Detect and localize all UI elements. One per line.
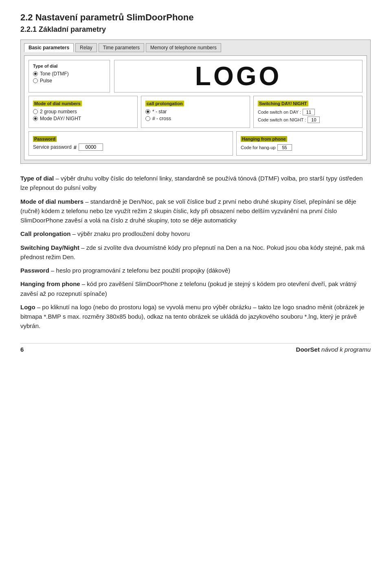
day-code-row: Code switch on DAY : bbox=[258, 109, 358, 115]
hanging-title: Hanging from phone bbox=[241, 136, 287, 142]
bold-logo: Logo bbox=[20, 304, 35, 311]
radio-2group-label: 2 group numbers bbox=[40, 109, 77, 115]
footer-brand-suffix: návod k programu bbox=[320, 346, 371, 353]
radio-pulse-label: Pulse bbox=[40, 78, 52, 84]
radio-star[interactable]: * - star bbox=[145, 109, 246, 115]
radio-cross-circle[interactable] bbox=[145, 116, 150, 121]
tab-basic-parameters[interactable]: Basic parameters bbox=[24, 43, 74, 52]
radio-pulse-circle[interactable] bbox=[33, 78, 38, 83]
para-mode-dial: Mode of dial numbers – standardně je Den… bbox=[20, 197, 371, 225]
ui-screenshot: Basic parameters Relay Time parameters M… bbox=[20, 40, 371, 164]
footer-brand-name: DoorSet bbox=[296, 346, 320, 353]
hangup-label: Code for hang-up bbox=[241, 145, 276, 150]
hash-sign: # bbox=[74, 144, 77, 150]
hangup-row: Code for hang-up bbox=[241, 144, 358, 151]
password-box: Password Service password # bbox=[29, 131, 233, 156]
tab-time-parameters[interactable]: Time parameters bbox=[99, 43, 144, 52]
text-call-prolongation: – výběr znaku pro prodloužení doby hovor… bbox=[70, 230, 190, 237]
password-input[interactable] bbox=[79, 143, 103, 151]
bold-call-prolongation: Call prolongation bbox=[20, 230, 70, 237]
text-password: – heslo pro programování z telefonu bez … bbox=[49, 267, 230, 274]
bold-type-of-dial: Type of dial bbox=[20, 175, 54, 182]
radio-star-label: * - star bbox=[152, 109, 167, 115]
bold-password: Password bbox=[20, 267, 49, 274]
bold-hanging: Hanging from phone bbox=[20, 280, 80, 287]
page-footer: 6 DoorSet návod k programu bbox=[20, 343, 371, 353]
radio-daynight-circle[interactable] bbox=[33, 116, 38, 121]
day-code-label: Code switch on DAY : bbox=[258, 110, 301, 115]
call-prolongation-box: call prolongation * - star # - cross bbox=[141, 96, 250, 128]
password-title: Password bbox=[33, 136, 57, 142]
bold-switching: Switching Day/Night bbox=[20, 244, 79, 251]
top-row: Type of dial Tone (DTMF) Pulse LOGO bbox=[29, 60, 362, 92]
mid-row: Mode of dial numbers 2 group numbers Mod… bbox=[29, 96, 362, 128]
bold-mode-dial: Mode of dial numbers bbox=[20, 198, 83, 205]
page-number: 6 bbox=[20, 346, 24, 353]
radio-2group[interactable]: 2 group numbers bbox=[33, 109, 133, 115]
type-of-dial-box: Type of dial Tone (DTMF) Pulse bbox=[29, 60, 110, 92]
para-logo: Logo – po kliknutí na logo (nebo do pros… bbox=[20, 302, 371, 331]
radio-tone[interactable]: Tone (DTMF) bbox=[33, 71, 105, 77]
sub-title: 2.2.1 Základní parametry bbox=[20, 25, 371, 34]
radio-daynight-label: Mode DAY/ NIGHT bbox=[40, 116, 81, 121]
radio-daynight[interactable]: Mode DAY/ NIGHT bbox=[33, 116, 133, 121]
tabs-row: Basic parameters Relay Time parameters M… bbox=[24, 43, 367, 52]
main-title: 2.2 Nastavení parametrů SlimDoorPhone bbox=[20, 12, 371, 23]
para-password: Password – heslo pro programování z tele… bbox=[20, 266, 371, 275]
night-code-row: Code switch on NIGHT : bbox=[258, 117, 358, 123]
night-code-input[interactable] bbox=[308, 117, 320, 123]
radio-pulse[interactable]: Pulse bbox=[33, 78, 105, 84]
logo-text: LOGO bbox=[195, 61, 281, 91]
tab-relay[interactable]: Relay bbox=[75, 43, 97, 52]
hanging-box: Hanging from phone Code for hang-up bbox=[236, 131, 362, 156]
radio-tone-circle[interactable] bbox=[33, 71, 38, 76]
day-code-input[interactable] bbox=[303, 109, 315, 115]
night-code-label: Code switch on NIGHT : bbox=[258, 117, 306, 122]
switching-box: Switching DAY/ NIGHT Code switch on DAY … bbox=[253, 96, 362, 128]
text-type-of-dial: – výběr druhu volby číslic do telefonní … bbox=[20, 175, 363, 191]
radio-cross-label: # - cross bbox=[152, 116, 171, 121]
para-switching: Switching Day/Night – zde si zvolíte dva… bbox=[20, 243, 371, 262]
mode-dial-title: Mode of dial numbers bbox=[33, 101, 82, 106]
para-hanging: Hanging from phone – kód pro zavěšení Sl… bbox=[20, 279, 371, 298]
tab-memory-telephone[interactable]: Memory of telephone numbers bbox=[146, 43, 221, 52]
text-logo: – po kliknutí na logo (nebo do prostoru … bbox=[20, 304, 365, 330]
footer-brand: DoorSet návod k programu bbox=[296, 346, 371, 353]
bottom-row: Password Service password # Hanging from… bbox=[29, 131, 362, 156]
call-prolongation-title: call prolongation bbox=[145, 101, 184, 106]
body-content: Type of dial – výběr druhu volby číslic … bbox=[20, 174, 371, 331]
main-panel: Type of dial Tone (DTMF) Pulse LOGO Mode… bbox=[24, 55, 367, 160]
para-type-of-dial: Type of dial – výběr druhu volby číslic … bbox=[20, 174, 371, 193]
radio-2group-circle[interactable] bbox=[33, 109, 38, 114]
service-password-label: Service password bbox=[33, 144, 72, 150]
type-of-dial-title: Type of dial bbox=[33, 64, 105, 68]
mode-dial-box: Mode of dial numbers 2 group numbers Mod… bbox=[29, 96, 138, 128]
switching-title: Switching DAY/ NIGHT bbox=[258, 101, 308, 106]
radio-star-circle[interactable] bbox=[145, 109, 150, 114]
para-call-prolongation: Call prolongation – výběr znaku pro prod… bbox=[20, 229, 371, 238]
radio-tone-label: Tone (DTMF) bbox=[40, 71, 69, 77]
password-inner: Service password # bbox=[33, 143, 228, 151]
hangup-input[interactable] bbox=[277, 144, 292, 151]
radio-cross[interactable]: # - cross bbox=[145, 116, 246, 121]
logo-box[interactable]: LOGO bbox=[114, 60, 362, 92]
